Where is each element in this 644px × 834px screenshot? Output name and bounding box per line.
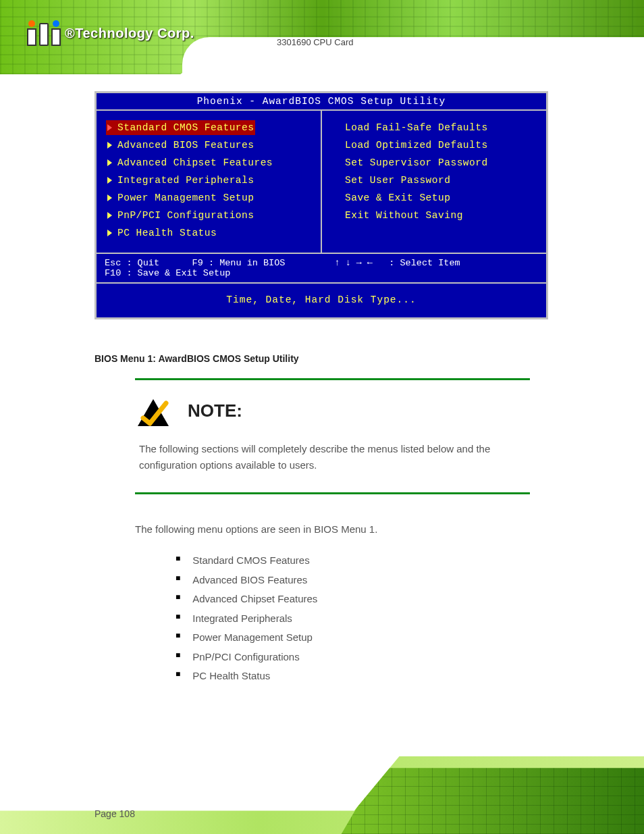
- bios-item-advanced-bios[interactable]: Advanced BIOS Features: [106, 138, 315, 153]
- list-item: ■Advanced Chipset Features: [176, 590, 317, 609]
- bios-context-hint: Time, Date, Hard Disk Type...: [97, 284, 546, 317]
- bios-item-label: Load Fail-Safe Defaults: [345, 122, 488, 133]
- note-callout: NOTE: The following sections will comple…: [135, 378, 530, 494]
- bios-help-bar: Esc : Quit F9 : Menu in BIOS ↑ ↓ → ← : S…: [97, 254, 546, 284]
- bios-window-title: Phoenix - AwardBIOS CMOS Setup Utility: [97, 93, 546, 109]
- bullet-icon: ■: [176, 628, 180, 648]
- bios-item-label: Exit Without Saving: [345, 210, 463, 221]
- bios-item-label: Set Supervisor Password: [345, 157, 488, 168]
- bios-menu-body: Standard CMOS Features Advanced BIOS Fea…: [97, 109, 546, 254]
- bios-right-column: Load Fail-Safe Defaults Load Optimized D…: [322, 111, 546, 253]
- bios-item-label: PnP/PCI Configurations: [117, 210, 254, 221]
- bios-left-column: Standard CMOS Features Advanced BIOS Fea…: [97, 111, 322, 253]
- bios-item-integrated-peripherals[interactable]: Integrated Peripherals: [106, 173, 315, 188]
- bullet-icon: ■: [176, 648, 180, 667]
- bullet-icon: ■: [176, 609, 180, 629]
- list-item: ■PC Health Status: [176, 667, 317, 686]
- bios-item-label: Integrated Peripherals: [117, 175, 254, 186]
- bios-item-label: Power Management Setup: [117, 192, 254, 203]
- bios-item-label: Advanced BIOS Features: [117, 140, 254, 151]
- menu-list: ■Standard CMOS Features ■Advanced BIOS F…: [176, 551, 317, 686]
- list-item: ■Power Management Setup: [176, 628, 317, 648]
- page-number: Page 108: [95, 808, 135, 819]
- bios-item-load-failsafe[interactable]: Load Fail-Safe Defaults: [331, 120, 541, 135]
- list-item: ■Standard CMOS Features: [176, 551, 317, 571]
- bios-item-label: Advanced Chipset Features: [117, 157, 273, 168]
- bios-item-advanced-chipset[interactable]: Advanced Chipset Features: [106, 155, 315, 170]
- note-icon: [136, 398, 170, 427]
- bios-item-pc-health[interactable]: PC Health Status: [106, 226, 315, 240]
- logo-icon: [27, 20, 61, 46]
- bios-item-exit-no-save[interactable]: Exit Without Saving: [331, 208, 541, 223]
- bios-item-supervisor-pwd[interactable]: Set Supervisor Password: [331, 155, 541, 170]
- bios-item-label: Set User Password: [345, 175, 450, 186]
- brand-logo: ®Technology Corp.: [27, 20, 194, 46]
- document-title: 3301690 CPU Card: [277, 37, 353, 47]
- arrow-right-icon: [107, 124, 112, 131]
- bios-item-user-pwd[interactable]: Set User Password: [331, 173, 541, 188]
- arrow-right-icon: [107, 177, 112, 184]
- bios-item-label: PC Health Status: [117, 228, 217, 238]
- header-white-curve: [182, 37, 644, 74]
- page-footer-decor: [0, 756, 644, 834]
- arrow-right-icon: [107, 159, 112, 166]
- bullet-icon: ■: [176, 590, 180, 609]
- bios-item-label: Standard CMOS Features: [117, 122, 254, 133]
- bios-item-pnp-pci[interactable]: PnP/PCI Configurations: [106, 208, 315, 223]
- footer-pcb-pattern: [0, 756, 644, 834]
- arrow-right-icon: [107, 142, 112, 149]
- body-paragraph: The following menu options are seen in B…: [135, 523, 530, 535]
- bios-item-power-mgmt[interactable]: Power Management Setup: [106, 190, 315, 205]
- bios-screenshot: Phoenix - AwardBIOS CMOS Setup Utility S…: [95, 91, 548, 319]
- arrow-right-icon: [107, 194, 112, 201]
- list-item: ■Advanced BIOS Features: [176, 571, 317, 590]
- note-body: The following sections will completely d…: [135, 441, 530, 492]
- figure-caption: BIOS Menu 1: AwardBIOS CMOS Setup Utilit…: [95, 353, 299, 364]
- list-item: ■PnP/PCI Configurations: [176, 648, 317, 667]
- arrow-right-icon: [107, 212, 112, 219]
- bios-item-save-exit[interactable]: Save & Exit Setup: [331, 190, 541, 205]
- list-item: ■Integrated Peripherals: [176, 609, 317, 629]
- bios-item-load-optimized[interactable]: Load Optimized Defaults: [331, 138, 541, 153]
- bullet-icon: ■: [176, 571, 180, 590]
- bios-item-standard-cmos[interactable]: Standard CMOS Features: [106, 120, 255, 135]
- arrow-right-icon: [107, 230, 112, 236]
- bullet-icon: ■: [176, 667, 180, 686]
- bios-item-label: Save & Exit Setup: [345, 192, 450, 203]
- bullet-icon: ■: [176, 551, 180, 571]
- brand-text: ®Technology Corp.: [65, 26, 194, 41]
- bios-item-label: Load Optimized Defaults: [345, 140, 488, 151]
- note-heading: NOTE:: [188, 400, 242, 421]
